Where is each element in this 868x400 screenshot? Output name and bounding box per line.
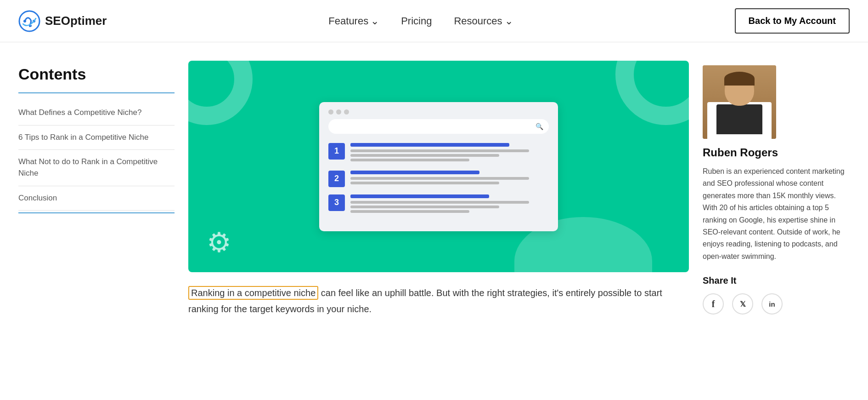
article-intro: Ranking in a competitive niche can feel … [188, 285, 689, 317]
toc-title: Contents [18, 65, 175, 83]
share-facebook-button[interactable]: f [703, 293, 724, 314]
search-result-3: 3 [328, 194, 549, 215]
result-line-gray-3a [350, 201, 529, 204]
share-twitter-button[interactable]: 𝕏 [732, 293, 753, 314]
toc-item-4[interactable]: Conclusion [18, 186, 175, 211]
result-lines-2 [350, 171, 549, 186]
features-chevron-icon: ⌄ [371, 15, 379, 27]
browser-search-icon: 🔍 [535, 123, 543, 130]
hero-image: ⚙ 🔍 1 [188, 61, 689, 272]
result-line-blue-2 [350, 171, 479, 174]
article-content: ⚙ 🔍 1 [188, 61, 689, 317]
resources-nav-link[interactable]: Resources ⌄ [454, 15, 513, 27]
author-photo [703, 65, 776, 139]
share-title: Share It [703, 275, 850, 286]
result-line-gray-2a [350, 177, 529, 180]
twitter-x-icon: 𝕏 [740, 300, 746, 309]
search-result-1: 1 [328, 143, 549, 163]
person-jacket [716, 104, 762, 134]
toc-item-2[interactable]: 6 Tips to Rank in a Competitive Niche [18, 126, 175, 150]
result-line-gray-1b [350, 154, 499, 157]
result-line-blue-3 [350, 194, 489, 198]
hero-circle-tr [615, 61, 689, 125]
main-container: Contents What Defines a Competitive Nich… [0, 42, 868, 317]
svg-point-1 [23, 20, 26, 23]
nav-links: Features ⌄ Pricing Resources ⌄ [328, 15, 513, 27]
toc-divider-top [18, 92, 175, 93]
author-bio: Ruben is an experienced content marketin… [703, 166, 850, 263]
highlighted-text: Ranking in a competitive niche [188, 286, 318, 300]
result-line-gray-3c [350, 210, 469, 213]
toc-item-1[interactable]: What Defines a Competitive Niche? [18, 101, 175, 126]
hero-gear-icon: ⚙ [207, 226, 231, 258]
facebook-icon: f [712, 299, 715, 309]
browser-dot-1 [328, 109, 333, 114]
svg-point-0 [19, 11, 39, 31]
result-num-2: 2 [328, 171, 345, 187]
result-line-gray-1c [350, 159, 469, 161]
table-of-contents: Contents What Defines a Competitive Nich… [18, 61, 175, 317]
toc-item-3[interactable]: What Not to do to Rank in a Competitive … [18, 150, 175, 186]
browser-dot-3 [344, 109, 349, 114]
browser-mockup: 🔍 1 2 [319, 102, 558, 231]
result-num-3: 3 [328, 194, 345, 211]
browser-dots [328, 109, 549, 114]
result-num-1: 1 [328, 143, 345, 160]
share-linkedin-button[interactable]: in [761, 293, 783, 314]
linkedin-icon: in [769, 300, 775, 308]
author-photo-inner [703, 65, 776, 139]
navbar: SEOptimer Features ⌄ Pricing Resources ⌄… [0, 0, 868, 42]
result-line-blue-1 [350, 143, 509, 147]
pricing-nav-link[interactable]: Pricing [401, 15, 432, 27]
author-name: Ruben Rogers [703, 146, 850, 159]
result-line-gray-3b [350, 206, 499, 208]
result-line-gray-1a [350, 149, 529, 152]
logo-link[interactable]: SEOptimer [18, 10, 107, 32]
hero-circle-tl [188, 61, 253, 125]
resources-chevron-icon: ⌄ [505, 15, 513, 27]
back-to-account-button[interactable]: Back to My Account [735, 8, 850, 34]
toc-divider-bottom [18, 212, 175, 213]
result-lines-3 [350, 194, 549, 215]
logo-text: SEOptimer [45, 14, 107, 28]
share-icons: f 𝕏 in [703, 293, 850, 314]
person-hair [724, 72, 755, 86]
seoptimer-logo-icon [18, 10, 40, 32]
browser-search-bar: 🔍 [328, 119, 549, 134]
browser-dot-2 [336, 109, 341, 114]
features-nav-link[interactable]: Features ⌄ [328, 15, 379, 27]
search-result-2: 2 [328, 171, 549, 187]
result-lines-1 [350, 143, 549, 163]
author-sidebar: Ruben Rogers Ruben is an experienced con… [703, 61, 850, 317]
result-line-gray-2b [350, 182, 499, 184]
